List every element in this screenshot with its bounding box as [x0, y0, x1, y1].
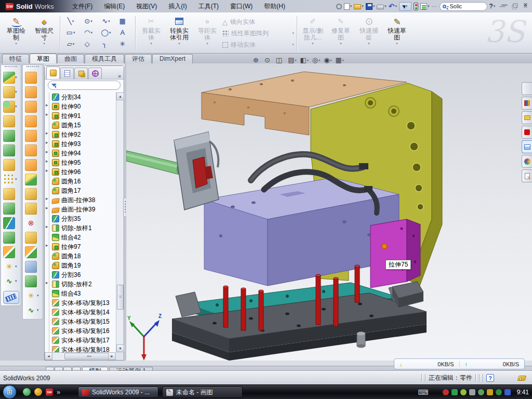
- dropdown-icon[interactable]: ▾: [90, 31, 92, 35]
- expand-arrow-icon[interactable]: ▸: [46, 280, 48, 285]
- sketch-tool-button[interactable]: ◯ ▾: [97, 27, 115, 38]
- toolbar-button[interactable]: ▾: [1, 157, 21, 172]
- dropdown-icon[interactable]: ▾: [108, 19, 110, 23]
- dropdown-icon[interactable]: ▾: [15, 90, 19, 94]
- toolbar-grip[interactable]: [5, 66, 17, 69]
- toolbar-button[interactable]: ▾: [1, 172, 21, 187]
- tree-item[interactable]: ▸ 实体-移动/复制13: [45, 298, 115, 308]
- expand-arrow-icon[interactable]: ▸: [46, 158, 48, 164]
- dropdown-icon[interactable]: ▾: [340, 42, 342, 46]
- smart-dimension-button[interactable]: ◆ 智能尺寸 ▾: [30, 14, 58, 53]
- taskbar-window-button[interactable]: SolidWorks 2009 - ...: [78, 387, 158, 398]
- dropdown-icon[interactable]: ▾: [178, 42, 180, 46]
- command-tab[interactable]: DimXpert: [152, 54, 193, 63]
- quick-launch-solidworks-icon[interactable]: SW: [46, 389, 53, 396]
- toolbar-button[interactable]: ▾: [23, 230, 43, 245]
- start-button[interactable]: ⊞: [3, 385, 17, 399]
- toolbar-button[interactable]: ▾: [1, 85, 21, 99]
- view-tool-button[interactable]: ▦ ▾: [336, 56, 344, 64]
- toolbar-button[interactable]: ▾: [23, 303, 43, 317]
- ribbon-button[interactable]: ✂ 剪裁实体 ▾: [137, 14, 165, 53]
- tray-icon[interactable]: [460, 389, 467, 395]
- command-tab[interactable]: 评估: [125, 54, 152, 63]
- expand-arrow-icon[interactable]: ▸: [46, 112, 48, 117]
- sketch-tool-button[interactable]: ⊙ ▾: [79, 16, 97, 27]
- ribbon-button[interactable]: 转换实体引用 ▾: [165, 14, 193, 53]
- dropdown-icon[interactable]: ▾: [15, 264, 19, 269]
- dropdown-icon[interactable]: ▾: [15, 42, 17, 46]
- scrollbar-thumb[interactable]: ≡: [117, 285, 124, 310]
- tree-item[interactable]: ▸ 圆角18: [45, 251, 115, 261]
- menu-item[interactable]: 工具(T): [193, 0, 224, 12]
- tree-item[interactable]: ▸ 拉伸92: [45, 130, 115, 139]
- doc-restore-button[interactable]: ▢: [512, 2, 517, 8]
- dropdown-icon[interactable]: ▾: [342, 58, 344, 62]
- toolbar-button[interactable]: ▾: [1, 259, 21, 274]
- tree-item[interactable]: ▸ 分割36: [45, 270, 115, 280]
- scroll-left-button[interactable]: ◄: [45, 352, 52, 360]
- model-wedge-gray[interactable]: [392, 282, 423, 308]
- help-icon[interactable]: ?: [489, 3, 493, 10]
- tree-item[interactable]: ▸ 曲面-拉伸38: [45, 195, 115, 205]
- dropdown-icon[interactable]: ▾: [318, 58, 320, 62]
- dropdown-icon[interactable]: ▾: [90, 19, 92, 23]
- menu-item[interactable]: 窗口(W): [224, 0, 258, 12]
- expand-arrow-icon[interactable]: ▸: [46, 205, 48, 210]
- tag-icon[interactable]: [517, 376, 526, 381]
- tree-item[interactable]: ▸ 分割35: [45, 214, 115, 223]
- dropdown-icon[interactable]: ▾: [312, 42, 314, 46]
- taskbar-window-button[interactable]: 未命名 - 画图: [162, 387, 243, 398]
- command-tab[interactable]: 曲面: [57, 54, 84, 63]
- scroll-down-button[interactable]: ▼: [116, 344, 124, 352]
- tree-item[interactable]: ▸ 组合43: [45, 289, 115, 298]
- status-help-icon[interactable]: ?: [486, 374, 494, 382]
- tray-icon[interactable]: [443, 389, 449, 395]
- view-tool-button[interactable]: ⊕ ▾: [253, 56, 261, 64]
- expand-arrow-icon[interactable]: ▸: [46, 224, 48, 229]
- dropdown-icon[interactable]: ▾: [73, 42, 75, 46]
- dropdown-icon[interactable]: ▾: [428, 4, 430, 8]
- ribbon-button[interactable]: ✎ 修复草图 ▾: [327, 14, 355, 53]
- scrollbar-thumb[interactable]: ▪▪▪: [64, 353, 114, 360]
- tree-vertical-scrollbar[interactable]: ▲ ≡ ▼: [116, 92, 124, 352]
- dropdown-icon[interactable]: ▾: [350, 4, 352, 8]
- ribbon-button[interactable]: » 等距实体 ▾: [193, 14, 221, 53]
- tray-icon[interactable]: [504, 389, 511, 395]
- sketch-tool-button[interactable]: ╲ ▾: [62, 16, 79, 27]
- dropdown-icon[interactable]: ▾: [37, 294, 41, 298]
- menu-item[interactable]: 插入(I): [163, 0, 192, 12]
- tree-item[interactable]: ▸ 拉伸97: [45, 242, 115, 251]
- view-tool-button[interactable]: ▤ ▾: [288, 56, 296, 64]
- tree-item[interactable]: ▸ 圆角16: [45, 177, 115, 186]
- ribbon-row-button[interactable]: 移动实体 ▾: [221, 39, 295, 50]
- dropdown-icon[interactable]: ▾: [43, 42, 45, 46]
- toolbar-button[interactable]: ▾: [23, 143, 43, 157]
- search-box[interactable]: ▾ Solic: [440, 2, 487, 11]
- toolbar-button[interactable]: ▾: [1, 230, 21, 245]
- tree-item[interactable]: ▸ 圆角19: [45, 261, 115, 270]
- dropdown-icon[interactable]: ▾: [109, 31, 111, 35]
- toolbar-button[interactable]: ▾: [1, 70, 21, 85]
- sketch-tool-button[interactable]: ◇ ▾: [79, 38, 97, 50]
- search-input[interactable]: Solic: [450, 3, 462, 9]
- menu-item[interactable]: 文件(F): [66, 0, 98, 12]
- dropdown-icon[interactable]: ▾: [15, 104, 19, 109]
- toolbar-button[interactable]: ▾: [1, 99, 21, 114]
- expand-arrow-icon[interactable]: ▸: [46, 196, 48, 201]
- tree-item[interactable]: ▸ 分割34: [45, 92, 115, 102]
- expand-arrow-icon[interactable]: ▸: [46, 130, 48, 136]
- toolbar-grip[interactable]: [26, 66, 39, 69]
- toolbar-button[interactable]: ▾: [1, 143, 21, 157]
- dropdown-icon[interactable]: ▾: [206, 42, 208, 46]
- task-pane-tab[interactable]: [522, 97, 532, 110]
- tree-item[interactable]: ▸ 切除-放样2: [45, 280, 115, 289]
- toolbar-button[interactable]: ▾: [23, 99, 43, 114]
- dropdown-icon[interactable]: ▾: [368, 42, 370, 46]
- tree-horizontal-scrollbar[interactable]: ◄ ▪▪▪ ►: [45, 352, 116, 360]
- expand-arrow-icon[interactable]: ▸: [46, 149, 48, 154]
- tree-item[interactable]: ▸ 实体-移动/复制15: [45, 317, 115, 326]
- sketch-tool-button[interactable]: ✳ ▾: [115, 38, 132, 50]
- toolbar-button[interactable]: ▾: [1, 114, 21, 128]
- tab-featuremanager[interactable]: [46, 66, 60, 79]
- dropdown-icon[interactable]: ▾: [15, 177, 19, 181]
